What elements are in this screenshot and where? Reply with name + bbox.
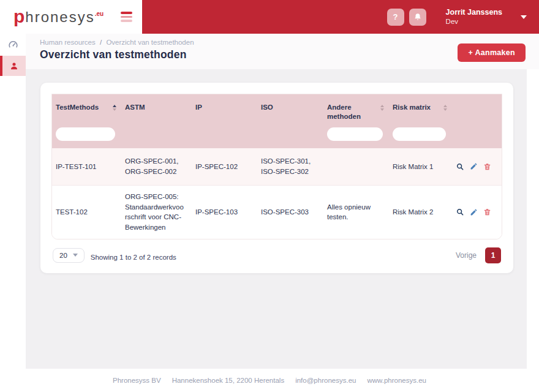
cell-iso: ISO-SPEC-301, ISO-SPEC-302: [257, 148, 323, 185]
row-actions: [452, 186, 502, 239]
question-mark-icon: ?: [393, 12, 398, 21]
column-header-actions: [452, 103, 502, 121]
column-header-risk-matrix[interactable]: Risk matrix: [389, 103, 452, 121]
view-icon[interactable]: [456, 208, 464, 216]
footer-address: Hannekenshoek 15, 2200 Herentals: [172, 377, 285, 384]
create-button[interactable]: + Aanmaken: [458, 43, 526, 62]
bell-icon: [413, 13, 422, 21]
column-header-andere-methoden[interactable]: Andere methoden: [323, 103, 389, 121]
filter-input-risk-matrix[interactable]: [393, 127, 446, 141]
table-header: TestMethods ASTM IP ISO Andere methoden: [52, 94, 502, 148]
cell-risk-matrix: Risk Matrix 2: [389, 186, 452, 239]
delete-icon[interactable]: [483, 208, 491, 216]
edit-icon[interactable]: [470, 162, 478, 170]
footer-email-link[interactable]: info@phronesys.eu: [295, 377, 356, 384]
topbar: p hronesys .eu ? Jorrit Janssens Dev: [0, 0, 539, 34]
page-size-select[interactable]: 20: [53, 248, 85, 263]
testmethods-card: TestMethods ASTM IP ISO Andere methoden: [40, 83, 513, 273]
edit-icon[interactable]: [470, 208, 478, 216]
hamburger-menu-icon[interactable]: [121, 12, 132, 22]
gauge-icon: [8, 40, 18, 48]
sidebar-item-dashboard[interactable]: [0, 37, 26, 51]
sidebar-item-human-resources[interactable]: [0, 56, 26, 76]
subheader: Human resources / Overzicht van testmeth…: [0, 34, 539, 69]
user-menu[interactable]: Jorrit Janssens Dev: [446, 8, 502, 26]
content-area: TestMethods ASTM IP ISO Andere methoden: [26, 69, 527, 369]
page-size-value: 20: [59, 252, 67, 259]
cell-ip: IP-SPEC-102: [192, 148, 257, 185]
notifications-button[interactable]: [409, 9, 426, 26]
filter-input-testmethods[interactable]: [56, 127, 115, 141]
cell-ip: IP-SPEC-103: [192, 186, 257, 239]
footer: Phronesyss BV Hannekenshoek 15, 2200 Her…: [0, 369, 539, 392]
cell-astm: ORG-SPEC-001, ORG-SPEC-002: [121, 148, 192, 185]
pagination: 20 Showing 1 to 2 of 2 records Vorige 1: [51, 247, 502, 263]
records-summary: Showing 1 to 2 of 2 records: [91, 254, 176, 261]
filter-input-andere-methoden[interactable]: [327, 127, 383, 141]
topbar-right: ? Jorrit Janssens Dev: [142, 0, 539, 34]
page-header: Human resources / Overzicht van testmeth…: [26, 34, 539, 69]
breadcrumb-separator: /: [100, 39, 102, 46]
user-name: Jorrit Janssens: [446, 8, 502, 18]
breadcrumb-current[interactable]: Overzicht van testmethoden: [106, 39, 194, 46]
cell-testmethods: IP-TEST-101: [52, 148, 121, 185]
cell-andere-methoden: [323, 148, 389, 185]
sort-icon[interactable]: [113, 105, 116, 111]
cell-testmethods: TEST-102: [52, 186, 121, 239]
testmethods-table: TestMethods ASTM IP ISO Andere methoden: [51, 94, 502, 239]
topbar-left: p hronesys .eu: [0, 0, 142, 34]
sort-icon[interactable]: [443, 105, 447, 111]
sidebar: [0, 34, 26, 69]
logo-letter-p: p: [13, 10, 24, 23]
view-icon[interactable]: [456, 162, 464, 171]
cell-andere-methoden: Alles opnieuw testen.: [323, 186, 389, 239]
person-icon: [9, 61, 19, 71]
chevron-down-icon[interactable]: [521, 15, 527, 19]
table-row[interactable]: TEST-102 ORG-SPEC-005: Standaardwerkvoor…: [52, 185, 502, 239]
row-actions: [452, 148, 502, 185]
cell-risk-matrix: Risk Matrix 1: [389, 148, 452, 185]
logo-text: hronesys: [25, 10, 94, 24]
delete-icon[interactable]: [483, 162, 491, 171]
table-row[interactable]: IP-TEST-101 ORG-SPEC-001, ORG-SPEC-002 I…: [52, 148, 502, 185]
previous-page-button[interactable]: Vorige: [456, 251, 477, 260]
help-button[interactable]: ?: [387, 9, 404, 26]
page-1-button[interactable]: 1: [485, 247, 501, 263]
user-role: Dev: [446, 17, 502, 26]
footer-company: Phronesyss BV: [113, 377, 161, 384]
cell-iso: ISO-SPEC-303: [257, 186, 323, 239]
footer-website-link[interactable]: www.phronesys.eu: [367, 377, 426, 384]
logo-tld: .eu: [95, 10, 104, 17]
column-header-ip: IP: [192, 103, 257, 121]
column-header-iso: ISO: [257, 103, 323, 121]
column-header-testmethods[interactable]: TestMethods: [52, 103, 121, 121]
sort-icon[interactable]: [380, 105, 384, 111]
phronesys-logo[interactable]: p hronesys .eu: [13, 10, 104, 24]
chevron-down-icon: [73, 254, 78, 257]
table-filter-row: [52, 127, 502, 141]
column-header-astm: ASTM: [121, 103, 192, 121]
breadcrumb-parent[interactable]: Human resources: [40, 39, 96, 46]
cell-astm: ORG-SPEC-005: Standaardwerkvoorschrift v…: [121, 186, 192, 239]
